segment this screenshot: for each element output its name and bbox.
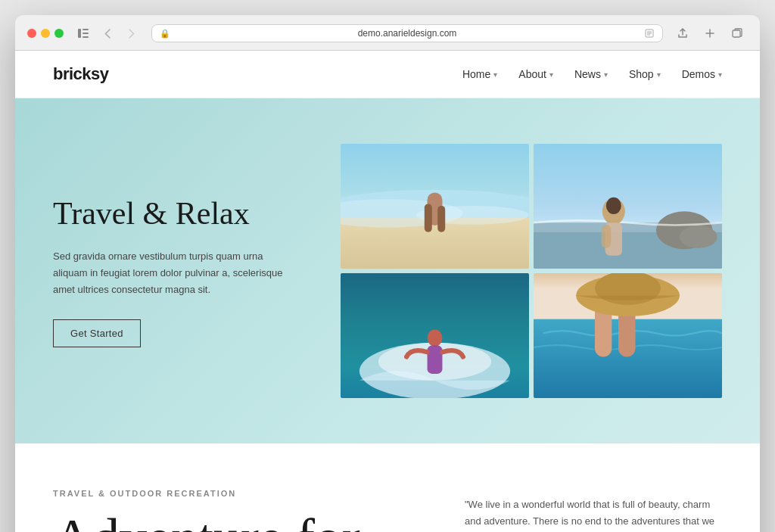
nav-item-home[interactable]: Home ▾: [462, 68, 497, 80]
forward-button[interactable]: [121, 23, 142, 44]
adventure-title-line1: Adventure for: [53, 510, 404, 532]
url-text: demo.anarieldesign.com: [175, 28, 640, 39]
section-label: TRAVEL & OUTDOOR RECREATION: [53, 489, 404, 498]
svg-rect-30: [428, 346, 443, 374]
svg-point-25: [606, 198, 621, 214]
hero-section: Travel & Relax Sed gravida ornare vestib…: [15, 98, 760, 443]
svg-rect-16: [437, 206, 445, 232]
browser-chrome: 🔒 demo.anarieldesign.com: [15, 15, 760, 51]
svg-rect-1: [82, 29, 89, 30]
nav-about-chevron: ▾: [549, 70, 553, 79]
svg-rect-8: [733, 30, 740, 37]
left-content: TRAVEL & OUTDOOR RECREATION Adventure fo…: [53, 489, 404, 532]
sidebar-toggle-button[interactable]: [73, 23, 94, 44]
svg-rect-15: [425, 204, 432, 232]
get-started-button[interactable]: Get Started: [53, 319, 141, 347]
share-button[interactable]: [672, 23, 693, 44]
browser-controls: [73, 23, 142, 44]
new-tab-button[interactable]: [699, 23, 721, 44]
nav-shop-label: Shop: [629, 68, 654, 80]
hero-text: Travel & Relax Sed gravida ornare vestib…: [53, 194, 295, 347]
navbar: bricksy Home ▾ About ▾ News ▾ Shop ▾: [15, 51, 760, 98]
hero-title: Travel & Relax: [53, 194, 295, 232]
traffic-lights: [27, 29, 64, 38]
nav-item-about[interactable]: About ▾: [518, 68, 553, 80]
nav-demos-label: Demos: [682, 68, 715, 80]
hero-image-pool-relax: [534, 273, 722, 398]
hero-images: [341, 144, 722, 398]
minimize-button[interactable]: [41, 29, 50, 38]
maximize-button[interactable]: [54, 29, 64, 38]
nav-menu: Home ▾ About ▾ News ▾ Shop ▾ Demos ▾: [462, 68, 722, 80]
hero-image-beach-walk: [341, 144, 529, 269]
svg-rect-7: [647, 35, 650, 36]
nav-item-demos[interactable]: Demos ▾: [682, 68, 722, 80]
svg-rect-0: [78, 29, 81, 38]
right-content: "We live in a wonderful world that is fu…: [465, 489, 722, 532]
lock-icon: 🔒: [160, 29, 170, 39]
nav-shop-chevron: ▾: [657, 70, 661, 79]
nav-item-news[interactable]: News ▾: [574, 68, 608, 80]
nav-home-label: Home: [462, 68, 490, 80]
hero-image-beach-rocks: [534, 144, 722, 269]
svg-rect-3: [82, 36, 89, 38]
close-button[interactable]: [27, 29, 36, 38]
browser-window: 🔒 demo.anarieldesign.com: [15, 15, 760, 532]
reader-icon: [644, 28, 655, 39]
adventure-title: Adventure for your Soul: [53, 510, 404, 532]
back-button[interactable]: [97, 23, 118, 44]
hero-description: Sed gravida ornare vestibulum turpis qua…: [53, 248, 295, 298]
svg-point-21: [680, 226, 717, 248]
hero-image-surfing: [341, 273, 529, 398]
nav-news-label: News: [574, 68, 601, 80]
second-section: TRAVEL & OUTDOOR RECREATION Adventure fo…: [15, 443, 760, 532]
nav-news-chevron: ▾: [604, 70, 608, 79]
address-bar[interactable]: 🔒 demo.anarieldesign.com: [151, 24, 663, 42]
svg-rect-5: [647, 32, 652, 33]
svg-rect-24: [602, 225, 611, 248]
browser-actions: [672, 23, 748, 44]
nav-item-shop[interactable]: Shop ▾: [629, 68, 661, 80]
nav-demos-chevron: ▾: [718, 70, 722, 79]
svg-rect-2: [82, 33, 89, 34]
quote-text: "We live in a wonderful world that is fu…: [465, 496, 722, 532]
svg-rect-6: [647, 33, 652, 34]
page-content: bricksy Home ▾ About ▾ News ▾ Shop ▾: [15, 51, 760, 532]
nav-about-label: About: [518, 68, 546, 80]
svg-point-29: [428, 329, 443, 346]
nav-home-chevron: ▾: [493, 70, 497, 79]
tabs-button[interactable]: [727, 23, 748, 44]
site-logo[interactable]: bricksy: [53, 64, 109, 84]
